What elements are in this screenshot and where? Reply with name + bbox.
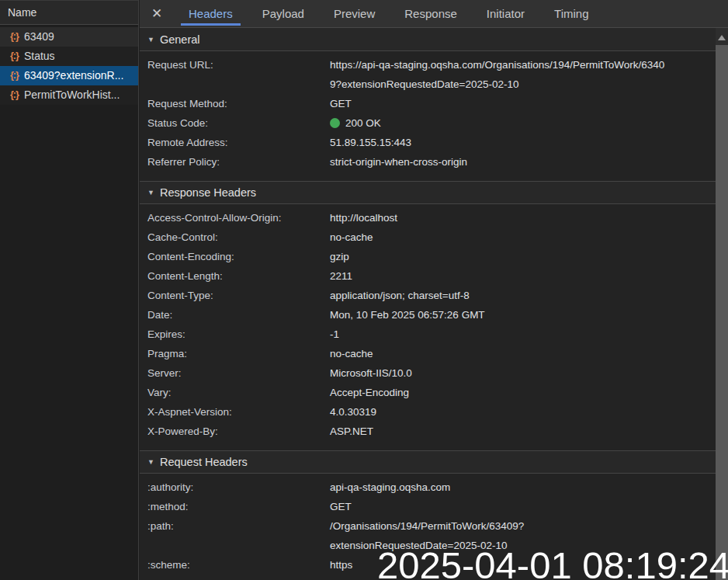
header-value: api-qa-staging.oqsha.com <box>330 478 728 497</box>
name-column-header[interactable]: Name <box>0 0 138 25</box>
header-row: Content-Length: 2211 <box>140 266 728 286</box>
header-row-status-code: Status Code: 200 OK <box>140 113 728 133</box>
status-ok-dot-icon <box>330 118 340 128</box>
header-value: Mon, 10 Feb 2025 06:57:26 GMT <box>330 305 728 325</box>
header-row: Expires: -1 <box>140 325 728 344</box>
header-value: application/json; charset=utf-8 <box>330 286 728 305</box>
tab-timing[interactable]: Timing <box>545 0 598 27</box>
header-name: Vary: <box>140 383 330 402</box>
header-name: Remote Address: <box>140 133 330 152</box>
collapse-triangle-icon: ▼ <box>147 189 154 196</box>
json-file-icon: {:} <box>10 85 19 105</box>
header-row: :path: /Organisations/194/PermitToWork/6… <box>140 516 728 555</box>
request-list-sidebar: Name {:} 63409 {:} Status {:} 63409?exte… <box>0 0 139 580</box>
scrollbar-thumb[interactable] <box>716 45 728 580</box>
request-detail-panel: ✕ Headers Payload Preview Response Initi… <box>140 0 728 580</box>
header-value: 51.89.155.15:443 <box>330 133 728 152</box>
header-value: http://localhost <box>330 208 728 227</box>
header-row: Content-Type: application/json; charset=… <box>140 286 728 305</box>
section-header-response-headers[interactable]: ▼ Response Headers <box>140 181 728 204</box>
collapse-triangle-icon: ▼ <box>147 36 154 43</box>
header-row: Referrer Policy: strict-origin-when-cros… <box>140 152 728 172</box>
header-value: 200 OK <box>330 113 728 133</box>
section-title: Response Headers <box>160 186 256 199</box>
status-code-text: 200 OK <box>345 117 381 129</box>
request-item-permittoworkhist[interactable]: {:} PermitToWorkHist... <box>0 85 138 105</box>
tab-headers[interactable]: Headers <box>179 0 242 27</box>
section-header-request-headers[interactable]: ▼ Request Headers <box>140 450 728 474</box>
header-name: :authority: <box>140 478 330 497</box>
header-name: Expires: <box>140 325 330 344</box>
json-file-icon: {:} <box>10 66 19 85</box>
header-name: Request Method: <box>140 94 330 113</box>
header-name: Status Code: <box>140 113 330 133</box>
header-name: Access-Control-Allow-Origin: <box>140 208 330 227</box>
header-value: gzip <box>330 247 728 266</box>
header-row: Content-Encoding: gzip <box>140 247 728 266</box>
header-value: Accept-Encoding <box>330 383 728 402</box>
header-value: strict-origin-when-cross-origin <box>330 152 728 172</box>
header-value: Microsoft-IIS/10.0 <box>330 363 728 383</box>
json-file-icon: {:} <box>10 27 19 47</box>
section-title: Request Headers <box>160 456 248 468</box>
tab-response[interactable]: Response <box>395 0 466 27</box>
header-row: Vary: Accept-Encoding <box>140 383 728 402</box>
header-name: X-Powered-By: <box>140 422 330 441</box>
header-row: Cache-Control: no-cache <box>140 227 728 247</box>
header-value: GET <box>330 94 728 113</box>
header-name: :path: <box>140 516 330 555</box>
tab-payload[interactable]: Payload <box>253 0 314 27</box>
section-body-general: Request URL: https://api-qa-staging.oqsh… <box>140 51 728 175</box>
scrollbar-up-arrow-icon[interactable] <box>718 35 726 40</box>
tab-preview[interactable]: Preview <box>324 0 384 27</box>
request-item-label: 63409?extensionR... <box>24 66 123 85</box>
section-body-response-headers: Access-Control-Allow-Origin: http://loca… <box>140 204 728 445</box>
request-item-63409-extension[interactable]: {:} 63409?extensionR... <box>0 66 138 85</box>
header-name: Referrer Policy: <box>140 152 330 172</box>
request-item-status[interactable]: {:} Status <box>0 47 138 66</box>
request-item-label: PermitToWorkHist... <box>24 85 120 105</box>
header-row: :method: GET <box>140 497 728 516</box>
header-value: /Organisations/194/PermitToWork/63409? e… <box>330 516 728 555</box>
header-name: Request URL: <box>140 55 330 94</box>
header-row: Date: Mon, 10 Feb 2025 06:57:26 GMT <box>140 305 728 325</box>
detail-tabbar: ✕ Headers Payload Preview Response Initi… <box>140 0 728 28</box>
request-item-label: Status <box>24 47 55 66</box>
header-value: GET <box>330 497 728 516</box>
header-row: Access-Control-Allow-Origin: http://loca… <box>140 208 728 227</box>
section-body-request-headers: :authority: api-qa-staging.oqsha.com :me… <box>140 474 728 578</box>
header-value: 2211 <box>330 266 728 286</box>
section-header-general[interactable]: ▼ General <box>140 28 728 51</box>
header-row: Pragma: no-cache <box>140 344 728 363</box>
header-name: Server: <box>140 363 330 383</box>
header-name: Content-Length: <box>140 266 330 286</box>
header-row: :authority: api-qa-staging.oqsha.com <box>140 478 728 497</box>
request-list: {:} 63409 {:} Status {:} 63409?extension… <box>0 25 138 105</box>
header-value: -1 <box>330 325 728 344</box>
close-icon[interactable]: ✕ <box>140 0 174 27</box>
header-name: Content-Type: <box>140 286 330 305</box>
json-file-icon: {:} <box>10 47 19 66</box>
vertical-scrollbar[interactable] <box>716 28 728 580</box>
request-item-63409[interactable]: {:} 63409 <box>0 27 138 47</box>
section-title: General <box>160 33 200 46</box>
header-value: https <box>330 555 728 575</box>
header-row: :scheme: https <box>140 555 728 575</box>
header-name: :scheme: <box>140 555 330 575</box>
header-name: X-Aspnet-Version: <box>140 402 330 422</box>
header-row: Request URL: https://api-qa-staging.oqsh… <box>140 55 728 94</box>
header-name: Date: <box>140 305 330 325</box>
header-name: Content-Encoding: <box>140 247 330 266</box>
header-row: X-Aspnet-Version: 4.0.30319 <box>140 402 728 422</box>
header-value: no-cache <box>330 344 728 363</box>
header-value: https://api-qa-staging.oqsha.com/Organis… <box>330 55 728 94</box>
devtools-network-panel: Name {:} 63409 {:} Status {:} 63409?exte… <box>0 0 728 580</box>
header-name: :method: <box>140 497 330 516</box>
header-value: ASP.NET <box>330 422 728 441</box>
request-item-label: 63409 <box>24 27 54 47</box>
header-value: 4.0.30319 <box>330 402 728 422</box>
header-name: Cache-Control: <box>140 227 330 247</box>
collapse-triangle-icon: ▼ <box>147 458 154 466</box>
header-name: Pragma: <box>140 344 330 363</box>
tab-initiator[interactable]: Initiator <box>477 0 534 27</box>
